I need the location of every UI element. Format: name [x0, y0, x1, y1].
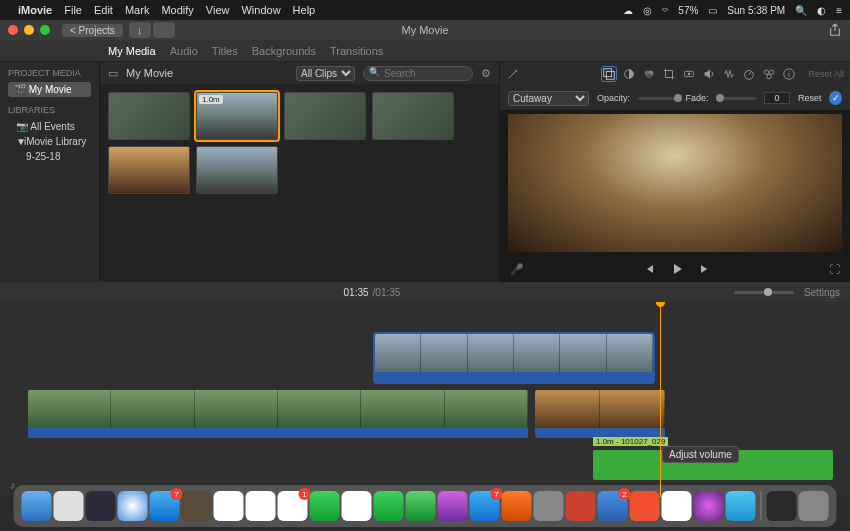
import-dropdown[interactable] [153, 22, 175, 38]
fullscreen-icon[interactable]: ⛶ [829, 263, 840, 275]
clip-thumbnail[interactable] [284, 92, 366, 140]
menu-window[interactable]: Window [241, 4, 280, 16]
opacity-slider[interactable] [638, 97, 677, 100]
overlay-type-select[interactable]: Cutaway [508, 91, 589, 106]
dock-chrome[interactable] [662, 491, 692, 521]
dock-maps[interactable] [310, 491, 340, 521]
clip-thumbnail[interactable] [108, 92, 190, 140]
fade-value-input[interactable] [764, 92, 790, 104]
dock-calendar[interactable] [214, 491, 244, 521]
cloud-icon[interactable]: ☁ [623, 5, 633, 16]
play-button[interactable] [670, 262, 684, 276]
tab-my-media[interactable]: My Media [108, 45, 156, 57]
dock-parallels[interactable] [566, 491, 596, 521]
dock: 7 1 7 2 [14, 485, 837, 527]
sidebar-item-event[interactable]: 9-25-18 [8, 149, 91, 164]
fade-slider[interactable] [716, 97, 755, 100]
dock-ibooks[interactable] [502, 491, 532, 521]
menu-modify[interactable]: Modify [161, 4, 193, 16]
playhead[interactable] [660, 302, 661, 497]
color-balance-icon[interactable] [622, 67, 636, 81]
menu-view[interactable]: View [206, 4, 230, 16]
dock-mail[interactable]: 7 [150, 491, 180, 521]
dock-reminders[interactable]: 1 [278, 491, 308, 521]
dock-trash[interactable] [799, 491, 829, 521]
filter-icon[interactable] [762, 67, 776, 81]
dock-imovie[interactable] [694, 491, 724, 521]
siri-icon[interactable]: ◐ [817, 5, 826, 16]
tab-backgrounds[interactable]: Backgrounds [252, 45, 316, 57]
volume-icon[interactable] [702, 67, 716, 81]
dock-vlc[interactable] [630, 491, 660, 521]
timeline-clip[interactable] [535, 390, 665, 438]
dock-preferences[interactable] [534, 491, 564, 521]
back-to-projects-button[interactable]: < Projects [62, 24, 123, 37]
dock-finder[interactable] [22, 491, 52, 521]
dock-appstore[interactable]: 7 [470, 491, 500, 521]
svg-point-9 [765, 70, 769, 74]
zoom-slider[interactable] [734, 291, 794, 294]
apply-check-icon[interactable]: ✓ [829, 91, 842, 105]
timeline-clip-overlay[interactable] [375, 334, 653, 382]
dock-notes[interactable] [246, 491, 276, 521]
browser-settings-icon[interactable]: ⚙ [481, 67, 491, 80]
clip-thumbnail[interactable] [108, 146, 190, 194]
clips-filter-select[interactable]: All Clips [296, 66, 355, 81]
close-button[interactable] [8, 25, 18, 35]
dock-downloads[interactable] [767, 491, 797, 521]
menu-edit[interactable]: Edit [94, 4, 113, 16]
clip-thumbnail[interactable] [196, 146, 278, 194]
notifications-icon[interactable]: ≡ [836, 5, 842, 16]
crop-icon[interactable] [662, 67, 676, 81]
next-button[interactable] [698, 262, 712, 276]
dock-skype[interactable] [726, 491, 756, 521]
spotlight-icon[interactable]: 🔍 [795, 5, 807, 16]
app-name[interactable]: iMovie [18, 4, 52, 16]
reset-button[interactable]: Reset [798, 93, 822, 103]
tab-transitions[interactable]: Transitions [330, 45, 383, 57]
tab-titles[interactable]: Titles [212, 45, 238, 57]
battery-icon[interactable]: ▭ [708, 5, 717, 16]
sidebar-item-all-events[interactable]: 📷 All Events [8, 119, 91, 134]
mic-icon[interactable]: 🎤 [510, 263, 524, 276]
share-icon[interactable] [828, 23, 842, 37]
dock-safari[interactable] [118, 491, 148, 521]
color-correction-icon[interactable] [642, 67, 656, 81]
import-button[interactable]: ↓ [129, 22, 151, 38]
minimize-button[interactable] [24, 25, 34, 35]
timeline-clip[interactable] [28, 390, 528, 438]
dock-contacts[interactable] [182, 491, 212, 521]
tab-audio[interactable]: Audio [170, 45, 198, 57]
overlay-icon[interactable] [602, 67, 616, 81]
menu-help[interactable]: Help [293, 4, 316, 16]
magic-wand-icon[interactable] [506, 67, 520, 81]
dock-itunes[interactable] [438, 491, 468, 521]
stabilization-icon[interactable] [682, 67, 696, 81]
preview-viewer[interactable] [508, 114, 842, 252]
dock-launchpad[interactable] [86, 491, 116, 521]
speed-icon[interactable] [742, 67, 756, 81]
menu-file[interactable]: File [64, 4, 82, 16]
reset-all-button[interactable]: Reset All [808, 69, 844, 79]
clip-thumbnail[interactable] [372, 92, 454, 140]
dock-facetime[interactable] [406, 491, 436, 521]
settings-button[interactable]: Settings [804, 287, 840, 298]
sidebar-item-project[interactable]: 🎬 My Movie [8, 82, 91, 97]
wifi-icon[interactable]: ⌔ [662, 5, 668, 16]
fullscreen-button[interactable] [40, 25, 50, 35]
dock-photos[interactable] [342, 491, 372, 521]
layout-toggle-icon[interactable]: ▭ [108, 67, 118, 80]
airdrop-icon[interactable]: ◎ [643, 5, 652, 16]
noise-reduction-icon[interactable] [722, 67, 736, 81]
dock-siri[interactable] [54, 491, 84, 521]
timeline[interactable]: 1.0m - 101027_029 Adjust volume ♪ [0, 302, 850, 497]
clip-thumbnail[interactable]: 1.0m [196, 92, 278, 140]
prev-button[interactable] [642, 262, 656, 276]
dock-word[interactable]: 2 [598, 491, 628, 521]
clock[interactable]: Sun 5:38 PM [727, 5, 785, 16]
dock-messages[interactable] [374, 491, 404, 521]
info-icon[interactable] [782, 67, 796, 81]
sidebar-item-library[interactable]: ▼iMovie Library [8, 134, 91, 149]
menu-mark[interactable]: Mark [125, 4, 149, 16]
window-title: My Movie [401, 24, 448, 36]
